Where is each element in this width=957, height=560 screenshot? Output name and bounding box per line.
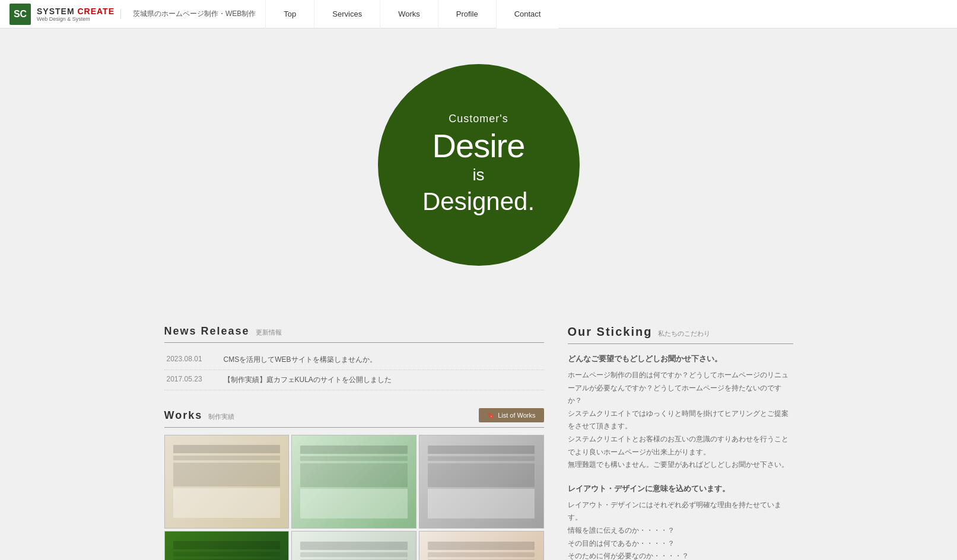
work-thumbnail[interactable]: [419, 435, 544, 529]
nav-works[interactable]: Works: [380, 0, 438, 28]
sticking-heading: どんなご要望でもどしどしお聞かせ下さい。: [568, 354, 793, 364]
hero-small-text: Customer's: [449, 113, 508, 126]
hero-circle: Customer's Desire is Designed.: [378, 64, 580, 266]
tagline: 茨城県のホームページ制作・WEB制作: [120, 9, 256, 19]
main-nav: Top Services Works Profile Contact: [265, 0, 558, 28]
hero-is-text: is: [472, 165, 484, 185]
right-column: Our Sticking 私たちのこだわり どんなご要望でもどしどしお聞かせ下さ…: [568, 325, 793, 560]
nav-contact[interactable]: Contact: [496, 0, 559, 28]
sticking-paragraph: ホームページ制作の目的は何ですか？どうしてホームページのリニューアルが必要なんで…: [568, 369, 793, 408]
work-thumbnail[interactable]: [419, 531, 544, 560]
hero-designed-text: Designed.: [422, 187, 535, 217]
sticking-content: どんなご要望でもどしどしお聞かせ下さい。ホームページ制作の目的は何ですか？どうし…: [568, 354, 793, 560]
sticking-paragraph: システムクリエイトとお客様のお互いの意識のすりあわせを行うことでより良いホームペ…: [568, 433, 793, 459]
works-title-area: Works 制作実績: [164, 409, 235, 422]
left-column: News Release 更新情報 2023.08.01CMSを活用してWEBサ…: [164, 325, 544, 560]
works-header: Works 制作実績 List of Works: [164, 408, 544, 428]
news-section: News Release 更新情報 2023.08.01CMSを活用してWEBサ…: [164, 325, 544, 390]
sticking-heading: レイアウト・デザインに意味を込めています。: [568, 483, 793, 494]
sticking-paragraph: 無理難題でも構いません。ご要望があればどしどしお聞かせ下さい。: [568, 459, 793, 472]
hero-section: Customer's Desire is Designed.: [0, 28, 957, 301]
list-of-works-button[interactable]: List of Works: [479, 408, 543, 422]
news-date: 2017.05.23: [167, 375, 214, 385]
sticking-paragraph: 情報を誰に伝えるのか・・・・？: [568, 524, 793, 537]
work-thumbnail[interactable]: [164, 435, 290, 529]
sticking-paragraph: レイアウト・デザインにはそれぞれ必ず明確な理由を持たせています。: [568, 499, 793, 524]
nav-top[interactable]: Top: [265, 0, 314, 28]
hero-large-text: Desire: [433, 129, 525, 163]
header: SC SYSTEM CREATE Web Design & System 茨城県…: [0, 0, 957, 28]
nav-profile[interactable]: Profile: [438, 0, 496, 28]
work-thumbnail[interactable]: [291, 435, 416, 529]
logo-icon: SC: [9, 4, 31, 25]
news-title: News Release: [164, 325, 250, 338]
work-thumbnail[interactable]: [291, 531, 416, 560]
company-name: SYSTEM CREATE: [37, 7, 115, 16]
sticking-section: どんなご要望でもどしどしお聞かせ下さい。ホームページ制作の目的は何ですか？どうし…: [568, 354, 793, 472]
main-content: News Release 更新情報 2023.08.01CMSを活用してWEBサ…: [152, 301, 805, 560]
logo-area: SC SYSTEM CREATE Web Design & System 茨城県…: [0, 4, 265, 25]
works-grid: [164, 435, 544, 560]
nav-services[interactable]: Services: [314, 0, 380, 28]
list-of-works-label: List of Works: [498, 412, 535, 419]
news-text: 【制作実績】庭カフェKULAのサイトを公開しました: [224, 375, 392, 385]
news-subtitle: 更新情報: [256, 328, 282, 337]
sticking-paragraph: システムクリエイトではゆっくりと時間を掛けてヒアリングとご提案をさせて頂きます。: [568, 408, 793, 433]
sticking-section: レイアウト・デザインに意味を込めています。レイアウト・デザインにはそれぞれ必ず明…: [568, 483, 793, 560]
news-item: 2023.08.01CMSを活用してWEBサイトを構築しませんか。: [164, 350, 544, 370]
news-text: CMSを活用してWEBサイトを構築しませんか。: [224, 355, 377, 365]
our-sticking-subtitle: 私たちのこだわり: [658, 329, 710, 338]
works-section: Works 制作実績 List of Works: [164, 408, 544, 560]
news-item: 2017.05.23【制作実績】庭カフェKULAのサイトを公開しました: [164, 370, 544, 390]
our-sticking-title: Our Sticking: [568, 325, 653, 339]
logo-text: SYSTEM CREATE Web Design & System: [37, 7, 115, 22]
company-sub: Web Design & System: [37, 16, 115, 22]
work-thumbnail[interactable]: [164, 531, 290, 560]
news-date: 2023.08.01: [167, 355, 214, 365]
works-subtitle: 制作実績: [208, 412, 234, 421]
sticking-paragraph: そのために何が必要なのか・・・・？: [568, 550, 793, 560]
sticking-paragraph: その目的は何であるか・・・・？: [568, 537, 793, 551]
our-sticking-header: Our Sticking 私たちのこだわり: [568, 325, 793, 344]
news-header: News Release 更新情報: [164, 325, 544, 343]
works-title: Works: [164, 409, 203, 422]
news-list: 2023.08.01CMSを活用してWEBサイトを構築しませんか。2017.05…: [164, 350, 544, 390]
